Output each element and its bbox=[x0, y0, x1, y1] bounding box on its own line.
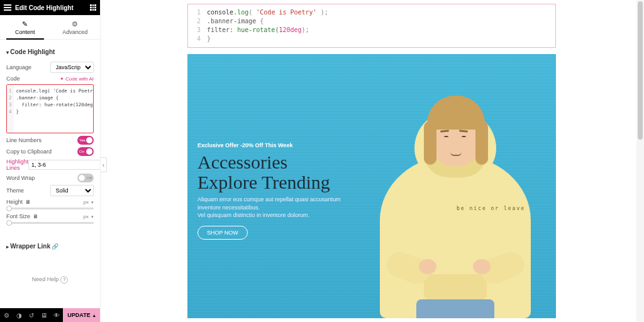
banner-section: Exclusive Offer -20% Off This Week Acces… bbox=[187, 54, 556, 318]
hoodie-print-text: be nice or leave bbox=[457, 206, 525, 211]
tab-advanced-label: Advanced bbox=[62, 29, 87, 35]
link-icon bbox=[50, 243, 58, 250]
sidebar-header: Edit Code Highlight bbox=[0, 0, 100, 15]
font-size-unit: px bbox=[84, 214, 89, 219]
sidebar-footer: ⚙ ◑ ↺ 🖥 👁 UPDATE bbox=[0, 308, 100, 322]
editor-sidebar: Edit Code Highlight Content Advanced Cod… bbox=[0, 0, 101, 322]
responsive-icon[interactable]: 🖥 bbox=[38, 312, 50, 319]
sidebar-collapse-handle[interactable] bbox=[101, 157, 107, 172]
code-editor-content[interactable]: console.log( 'Code is Poetry' );.banner-… bbox=[14, 85, 94, 133]
preview-gutter: 1234 bbox=[188, 7, 204, 45]
language-select[interactable]: JavaScript bbox=[50, 62, 94, 73]
banner-subtext: Aliquam error eos cumque aut repellat qu… bbox=[197, 196, 361, 219]
tab-content[interactable]: Content bbox=[0, 15, 50, 39]
code-label: Code bbox=[6, 75, 60, 82]
update-button[interactable]: UPDATE bbox=[63, 308, 100, 322]
highlight-lines-label: Highlight Lines bbox=[6, 158, 28, 171]
word-wrap-label: Word Wrap bbox=[6, 175, 77, 181]
desktop-icon[interactable] bbox=[25, 199, 31, 205]
tab-content-label: Content bbox=[15, 29, 35, 35]
settings-icon[interactable]: ⚙ bbox=[0, 312, 13, 319]
section-wrapper-link[interactable]: Wrapper Link bbox=[6, 239, 94, 253]
copy-toggle[interactable]: On bbox=[77, 147, 94, 156]
menu-icon[interactable] bbox=[4, 4, 11, 11]
section-code-highlight[interactable]: Code Highlight bbox=[6, 45, 94, 59]
panel-tabs: Content Advanced bbox=[0, 15, 100, 40]
panel-body: Code Highlight Language JavaScript Code … bbox=[0, 40, 100, 308]
font-size-label: Font Size bbox=[6, 213, 30, 219]
line-numbers-label: Line Numbers bbox=[6, 137, 77, 143]
word-wrap-toggle[interactable]: Off bbox=[77, 174, 94, 182]
pencil-icon bbox=[21, 20, 29, 28]
height-label: Height bbox=[6, 199, 23, 205]
highlight-lines-input[interactable] bbox=[28, 160, 100, 170]
preview-code: console.log( 'Code is Poetry' ); .banner… bbox=[204, 7, 331, 45]
language-label: Language bbox=[6, 64, 50, 70]
tab-advanced[interactable]: Advanced bbox=[50, 15, 101, 39]
line-numbers-toggle[interactable]: Yes bbox=[77, 136, 94, 145]
history-icon[interactable]: ↺ bbox=[25, 312, 38, 319]
code-with-ai-button[interactable]: Code with AI bbox=[60, 76, 94, 82]
height-unit: px bbox=[84, 199, 89, 205]
need-help-button[interactable]: Need Help? bbox=[6, 272, 94, 287]
code-editor-gutter: 1234 bbox=[7, 85, 14, 133]
shop-now-button[interactable]: SHOP NOW bbox=[197, 226, 248, 240]
scrollbar-thumb[interactable] bbox=[638, 1, 643, 140]
font-size-slider[interactable] bbox=[6, 222, 94, 224]
banner-heading: AccessoriesExplore Trending bbox=[197, 152, 361, 192]
banner-offer: Exclusive Offer -20% Off This Week bbox=[197, 142, 361, 148]
revisions-icon[interactable]: ◑ bbox=[13, 312, 25, 319]
gear-icon bbox=[71, 20, 79, 28]
help-icon: ? bbox=[60, 276, 68, 284]
theme-select[interactable]: Solid bbox=[50, 185, 94, 196]
banner-content: Exclusive Offer -20% Off This Week Acces… bbox=[197, 142, 361, 240]
theme-label: Theme bbox=[6, 187, 50, 194]
preview-icon[interactable]: 👁 bbox=[50, 312, 63, 319]
code-editor[interactable]: 1234 console.log( 'Code is Poetry' );.ba… bbox=[6, 84, 94, 133]
chevron-up-icon bbox=[93, 312, 96, 318]
apps-grid-icon[interactable] bbox=[90, 4, 96, 11]
chevron-down-icon[interactable] bbox=[91, 213, 94, 219]
code-highlight-widget[interactable]: 1234 console.log( 'Code is Poetry' ); .b… bbox=[187, 4, 556, 48]
banner-model-image: be nice or leave bbox=[361, 60, 550, 318]
preview-canvas: 1234 console.log( 'Code is Poetry' ); .b… bbox=[107, 0, 636, 322]
panel-title: Edit Code Highlight bbox=[15, 4, 90, 11]
vertical-scrollbar[interactable] bbox=[636, 0, 644, 322]
copy-label: Copy to Clipboard bbox=[6, 148, 77, 155]
height-slider[interactable] bbox=[6, 208, 94, 209]
chevron-down-icon[interactable] bbox=[91, 199, 94, 205]
desktop-icon[interactable] bbox=[33, 213, 38, 219]
